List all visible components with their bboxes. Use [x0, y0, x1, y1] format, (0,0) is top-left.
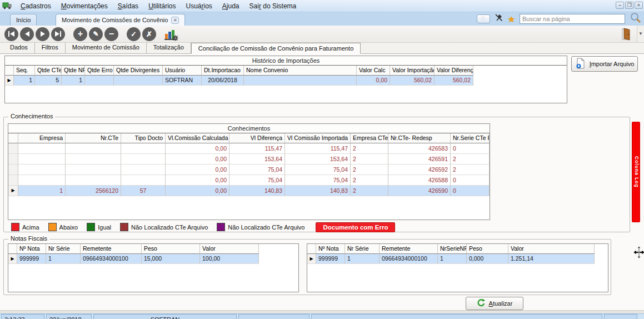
table-cell[interactable]: 999999	[316, 254, 345, 264]
cancel-button[interactable]: ✗	[142, 27, 156, 41]
table-cell[interactable]: 0,00	[166, 154, 229, 165]
table-cell[interactable]: 15,000	[142, 254, 200, 264]
importar-arquivo-button[interactable]: Importar Arquivo	[571, 56, 638, 72]
column-header[interactable]: Peso	[142, 244, 200, 254]
tab-close-icon[interactable]: ✕	[171, 17, 179, 24]
table-cell[interactable]: 115,47	[285, 143, 351, 154]
column-header[interactable]: Empresa	[18, 133, 66, 143]
table-cell[interactable]: 426583	[388, 143, 451, 154]
table-cell[interactable]: 1	[14, 76, 35, 86]
table-cell[interactable]	[121, 165, 166, 175]
table-cell[interactable]: 1	[18, 186, 66, 196]
column-header[interactable]: Qtde NF	[62, 66, 85, 76]
notas-fiscais-right-grid[interactable]: Nº NotaNr SérieRemetenteNrSerieNFPesoVal…	[307, 243, 608, 292]
table-cell[interactable]: 1.251,14	[508, 254, 595, 264]
table-cell[interactable]	[85, 76, 114, 86]
table-cell[interactable]: 2	[351, 143, 388, 154]
table-cell[interactable]: 2	[351, 165, 388, 175]
table-cell[interactable]	[18, 175, 66, 186]
table-cell[interactable]: 75,04	[229, 175, 285, 186]
table-cell[interactable]: 0	[451, 186, 490, 196]
search-input[interactable]	[520, 14, 625, 24]
column-header[interactable]: Qtde CTe	[35, 66, 62, 76]
table-cell[interactable]: 426592	[388, 165, 451, 175]
column-header[interactable]: Tipo Docto	[121, 133, 166, 143]
column-header[interactable]: Qtde Divirgentes	[114, 66, 163, 76]
next-record-button[interactable]	[36, 27, 49, 41]
table-cell[interactable]	[66, 154, 121, 165]
documento-com-erro-badge[interactable]: Documento com Erro	[316, 222, 395, 232]
table-cell[interactable]	[121, 175, 166, 186]
delete-record-button[interactable]: −	[104, 27, 118, 41]
table-cell[interactable]: 75,04	[285, 175, 351, 186]
column-header[interactable]: Remetente	[81, 244, 142, 254]
table-cell[interactable]: 426588	[388, 175, 451, 186]
insert-record-button[interactable]: +	[73, 27, 87, 41]
first-record-button[interactable]	[4, 27, 18, 41]
conhecimentos-grid[interactable]: ConhecimentosEmpresaNr.CTeTipo DoctoVl.C…	[8, 123, 490, 220]
table-cell[interactable]: 153,64	[229, 154, 285, 165]
column-header[interactable]: Nº Nota	[17, 244, 46, 254]
table-cell[interactable]: 1	[438, 254, 467, 264]
table-cell[interactable]: 09664934000100	[380, 254, 438, 264]
column-header[interactable]: Vl.Comissão Calculada	[166, 133, 229, 143]
column-header[interactable]: Valor Diferença	[435, 66, 473, 76]
atualizar-button[interactable]: Atualizar	[466, 297, 523, 310]
table-cell[interactable]: 2	[351, 154, 388, 165]
table-cell[interactable]: 0	[451, 175, 490, 186]
table-row[interactable]: ▶151SOFTRAN20/06/20180,00560,02560,02	[5, 76, 567, 86]
favorites-star-icon[interactable]: ★	[508, 15, 515, 23]
menu-item-4[interactable]: Usuários	[181, 1, 217, 11]
table-cell[interactable]: 75,04	[285, 165, 351, 175]
column-header[interactable]: Seq.	[14, 66, 35, 76]
minimize-button[interactable]: –	[616, 2, 624, 9]
close-button[interactable]: ×	[635, 2, 643, 9]
menu-item-1[interactable]: Movimentações	[56, 1, 113, 11]
table-cell[interactable]: 0,000	[467, 254, 508, 264]
coluna-log-strip[interactable]: Coluna Log	[632, 122, 640, 222]
restore-button[interactable]: ❒	[625, 2, 633, 9]
toolbar-overflow-chevron[interactable]: ▼	[637, 26, 644, 42]
table-cell[interactable]: 426590	[388, 186, 451, 196]
tab-concilia-o-de-comiss-o-de-conv-nio-para-faturamento[interactable]: Conciliação de Comissão de Convênio para…	[191, 43, 361, 54]
column-header[interactable]: Empresa CTe	[351, 133, 388, 143]
column-header[interactable]: Dt.Importacao	[202, 66, 244, 76]
table-cell[interactable]: 0,00	[357, 76, 390, 86]
table-cell[interactable]: 57	[121, 186, 166, 196]
column-header[interactable]: Valor	[508, 244, 595, 254]
notas-fiscais-left-grid[interactable]: Nº NotaNr SérieRemetentePesoValor▶999999…	[8, 243, 299, 292]
table-cell[interactable]	[18, 154, 66, 165]
table-row[interactable]: 0,00115,47115,4724265830	[8, 143, 490, 154]
table-cell[interactable]: 0,00	[166, 143, 229, 154]
column-header[interactable]: Peso	[467, 244, 508, 254]
table-cell[interactable]: 2	[451, 154, 490, 165]
table-cell[interactable]: 20/06/2018	[202, 76, 244, 86]
table-cell[interactable]: 115,47	[229, 143, 285, 154]
column-header[interactable]: Valor Importação	[390, 66, 435, 76]
table-cell[interactable]: 0,00	[166, 165, 229, 175]
table-cell[interactable]: 0,00	[166, 186, 229, 196]
chart-settings-icon[interactable]	[164, 27, 178, 41]
column-header[interactable]: Vl Diferença	[229, 133, 285, 143]
table-cell[interactable]: 1	[345, 254, 380, 264]
table-row[interactable]: ▶12566120570,00140,83140,8324265900	[8, 186, 490, 196]
exit-door-icon[interactable]	[620, 27, 633, 41]
table-cell[interactable]: 0	[451, 143, 490, 154]
column-header[interactable]: Nr.Serie CTe Redesp	[451, 133, 490, 143]
column-header[interactable]: Nº Nota	[316, 244, 345, 254]
table-cell[interactable]: SOFTRAN	[163, 76, 202, 86]
search-magnifier-icon[interactable]	[630, 12, 642, 26]
table-cell[interactable]: 153,64	[285, 154, 351, 165]
table-row[interactable]: 0,00153,64153,6424265912	[8, 154, 490, 165]
menu-item-2[interactable]: Saídas	[113, 1, 143, 11]
menu-item-3[interactable]: Utilitários	[143, 1, 181, 11]
tab-dados[interactable]: Dados	[3, 42, 35, 53]
table-cell[interactable]: 0,00	[166, 175, 229, 186]
column-header[interactable]: Valor Calc	[357, 66, 390, 76]
column-header[interactable]: Vl Comissão Importada	[285, 133, 351, 143]
table-cell[interactable]	[244, 76, 357, 86]
column-header[interactable]: Nr.CTe	[66, 133, 121, 143]
historico-importacoes-grid[interactable]: Histórico de ImportaçõesSeq.Qtde CTeQtde…	[4, 56, 567, 103]
document-tab-0[interactable]: Início	[10, 14, 37, 26]
column-header[interactable]: Nr Série	[345, 244, 380, 254]
